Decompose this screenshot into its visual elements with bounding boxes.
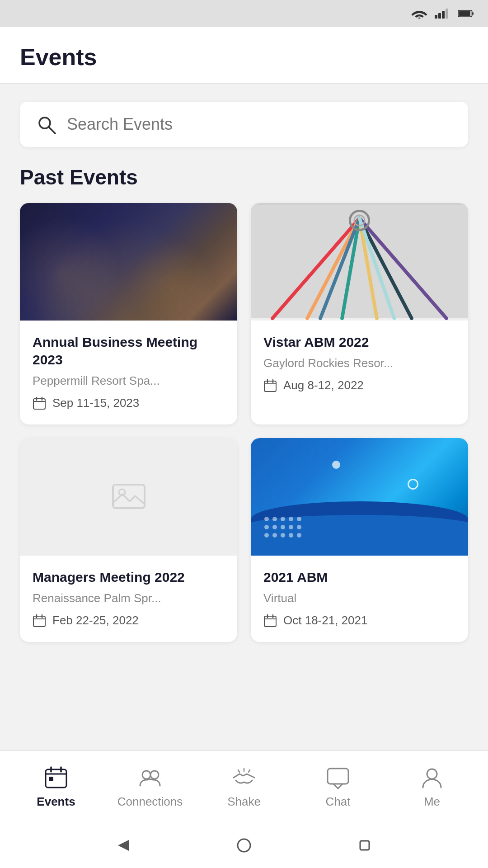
event-card-1[interactable]: Annual Business Meeting 2023 Peppermill … xyxy=(20,203,237,425)
svg-rect-1 xyxy=(435,15,437,19)
svg-point-44 xyxy=(142,771,150,779)
event-card-4-content: 2021 ABM Virtual Oct 18-21, 2021 xyxy=(251,556,468,642)
svg-rect-39 xyxy=(46,769,66,788)
header: Events xyxy=(0,27,488,84)
svg-marker-51 xyxy=(118,840,129,851)
recents-button[interactable] xyxy=(353,834,376,857)
connections-nav-label: Connections xyxy=(117,795,183,809)
event-card-2-date-row: Aug 8-12, 2022 xyxy=(263,378,455,392)
svg-point-50 xyxy=(427,769,437,779)
event-card-3-location: Renaissance Palm Spr... xyxy=(33,591,225,605)
event-card-3-date-row: Feb 22-25, 2022 xyxy=(33,613,225,627)
me-nav-label: Me xyxy=(424,795,440,809)
svg-rect-49 xyxy=(328,769,348,784)
event-card-4-location: Virtual xyxy=(263,591,455,605)
event-card-3-title: Managers Meeting 2022 xyxy=(33,568,225,586)
event-card-1-date-row: Sep 11-15, 2023 xyxy=(33,396,225,410)
svg-rect-4 xyxy=(446,9,448,19)
event-card-2-image xyxy=(251,203,468,321)
svg-rect-53 xyxy=(360,841,369,850)
event-card-4-title: 2021 ABM xyxy=(263,568,455,586)
svg-line-9 xyxy=(49,127,55,133)
svg-line-48 xyxy=(249,770,250,772)
event-card-4-date: Oct 18-21, 2021 xyxy=(283,613,367,627)
past-events-section: Past Events Annual Business Meeting 2023… xyxy=(0,160,488,750)
chat-nav-icon xyxy=(325,765,351,790)
shake-nav-label: Shake xyxy=(227,795,261,809)
event-card-2-date: Aug 8-12, 2022 xyxy=(283,378,364,392)
events-nav-icon xyxy=(43,765,69,790)
nav-item-events[interactable]: Events xyxy=(9,765,103,809)
svg-rect-6 xyxy=(459,11,470,16)
connections-nav-icon xyxy=(137,765,163,790)
nav-item-me[interactable]: Me xyxy=(385,765,479,809)
event-card-4-image xyxy=(251,438,468,556)
event-card-3[interactable]: Managers Meeting 2022 Renaissance Palm S… xyxy=(20,438,237,642)
shake-nav-icon xyxy=(231,765,257,790)
nav-item-connections[interactable]: Connections xyxy=(103,765,197,809)
event-card-4[interactable]: 2021 ABM Virtual Oct 18-21, 2021 xyxy=(251,438,468,642)
event-card-3-image xyxy=(20,438,237,556)
search-box xyxy=(20,102,468,147)
event-card-2[interactable]: Vistar ABM 2022 Gaylord Rockies Resor...… xyxy=(251,203,468,425)
back-button[interactable] xyxy=(112,834,135,857)
image-placeholder-icon xyxy=(111,478,147,516)
svg-rect-2 xyxy=(438,13,441,19)
events-nav-label: Events xyxy=(37,795,75,809)
event-card-2-content: Vistar ABM 2022 Gaylord Rockies Resor...… xyxy=(251,321,468,407)
event-card-1-title: Annual Business Meeting 2023 xyxy=(33,333,225,368)
abm-dots xyxy=(264,517,301,538)
event-card-2-location: Gaylord Rockies Resor... xyxy=(263,356,455,370)
event-card-2-title: Vistar ABM 2022 xyxy=(263,333,455,351)
svg-point-0 xyxy=(418,18,421,19)
cards-grid: Annual Business Meeting 2023 Peppermill … xyxy=(20,203,468,642)
calendar-icon-3 xyxy=(33,614,46,627)
svg-rect-7 xyxy=(472,12,474,14)
chat-nav-label: Chat xyxy=(326,795,351,809)
svg-point-45 xyxy=(150,771,159,779)
page-title: Events xyxy=(20,43,468,71)
calendar-icon-1 xyxy=(33,396,46,410)
bottom-nav: Events Connections Shake Chat xyxy=(0,750,488,823)
battery-icon xyxy=(458,9,474,19)
calendar-icon-4 xyxy=(263,614,277,627)
search-input[interactable] xyxy=(67,115,452,134)
nav-item-chat[interactable]: Chat xyxy=(291,765,385,809)
event-card-1-date: Sep 11-15, 2023 xyxy=(52,396,139,410)
nav-item-shake[interactable]: Shake xyxy=(197,765,291,809)
event-card-3-content: Managers Meeting 2022 Renaissance Palm S… xyxy=(20,556,237,642)
event-card-1-location: Peppermill Resort Spa... xyxy=(33,374,225,388)
event-card-1-content: Annual Business Meeting 2023 Peppermill … xyxy=(20,321,237,425)
event-card-4-date-row: Oct 18-21, 2021 xyxy=(263,613,455,627)
section-title: Past Events xyxy=(20,165,468,189)
android-nav-bar xyxy=(0,823,488,868)
svg-rect-10 xyxy=(33,399,45,409)
status-bar xyxy=(0,0,488,27)
signal-icon xyxy=(435,9,451,19)
home-button[interactable] xyxy=(233,834,255,857)
svg-line-47 xyxy=(238,770,239,772)
me-nav-icon xyxy=(419,765,445,790)
search-section xyxy=(0,84,488,160)
event-card-1-image xyxy=(20,203,237,321)
wifi-icon xyxy=(411,9,427,19)
svg-rect-31 xyxy=(33,616,45,627)
svg-rect-35 xyxy=(264,616,276,627)
search-icon xyxy=(36,114,56,134)
svg-point-52 xyxy=(238,839,250,852)
svg-rect-3 xyxy=(442,11,445,19)
svg-rect-25 xyxy=(264,381,276,392)
svg-rect-29 xyxy=(113,485,145,508)
event-card-3-date: Feb 22-25, 2022 xyxy=(52,613,139,627)
calendar-icon-2 xyxy=(263,379,277,392)
svg-rect-43 xyxy=(49,777,53,781)
